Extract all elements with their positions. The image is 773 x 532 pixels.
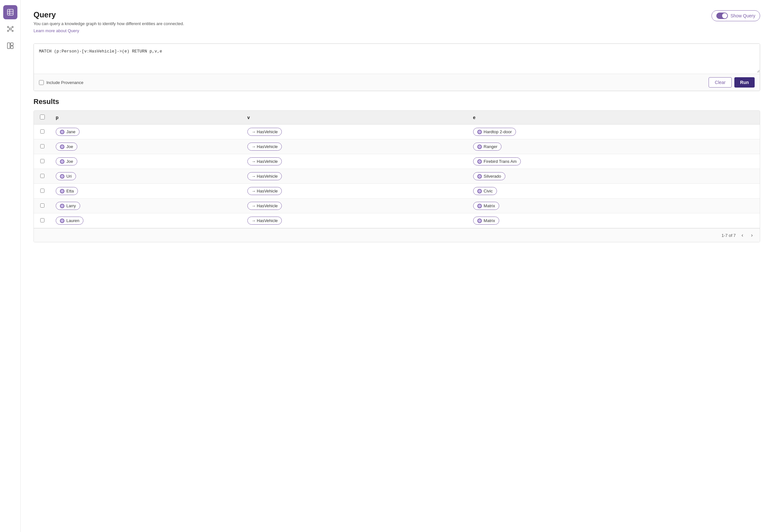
- row-checkbox[interactable]: [40, 218, 44, 222]
- row-checkbox-cell: [34, 169, 51, 184]
- table-row: Joe→ HasVehicleRanger: [34, 139, 760, 154]
- chip-dot-person: [60, 130, 64, 134]
- cell-e: Ranger: [468, 139, 760, 154]
- page-description: You can query a knowledge graph to ident…: [33, 21, 184, 26]
- chip-relation: → HasVehicle: [247, 187, 282, 195]
- chip-dot-entity: [477, 130, 482, 134]
- row-checkbox[interactable]: [40, 159, 44, 163]
- svg-point-6: [12, 26, 13, 28]
- cell-p: Lauren: [51, 213, 242, 228]
- cell-p: Joe: [51, 139, 242, 154]
- svg-point-5: [7, 26, 9, 28]
- chip-relation: → HasVehicle: [247, 128, 282, 136]
- chip-label-person: Larry: [66, 203, 76, 208]
- sidebar-item-layout[interactable]: [3, 39, 17, 53]
- pagination-info: 1-7 of 7: [722, 233, 736, 238]
- chip-person: Lauren: [56, 217, 83, 225]
- show-query-button[interactable]: Show Query: [712, 10, 760, 21]
- chip-label-entity: Hardtop 2-door: [484, 129, 512, 134]
- chip-entity: Ranger: [473, 143, 502, 151]
- chip-person: Uri: [56, 172, 76, 180]
- table-row: Joe→ HasVehicleFirebird Trans Am: [34, 154, 760, 169]
- query-input[interactable]: [34, 44, 760, 73]
- row-checkbox[interactable]: [40, 189, 44, 193]
- results-title: Results: [33, 98, 760, 106]
- chip-label-entity: Matrix: [484, 218, 495, 223]
- toggle-switch: [716, 13, 728, 19]
- chip-label-person: Etta: [66, 189, 74, 193]
- table-body: Jane→ HasVehicleHardtop 2-doorJoe→ HasVe…: [34, 125, 760, 228]
- query-footer: Include Provenance Clear Run: [34, 74, 760, 91]
- chip-entity: Hardtop 2-door: [473, 128, 516, 136]
- chip-relation: → HasVehicle: [247, 217, 282, 225]
- cell-v: → HasVehicle: [242, 213, 468, 228]
- include-provenance-checkbox[interactable]: [39, 80, 44, 85]
- query-box: Include Provenance Clear Run: [33, 43, 760, 91]
- select-all-checkbox[interactable]: [40, 115, 45, 119]
- svg-point-8: [12, 30, 13, 32]
- sidebar-item-table[interactable]: [3, 5, 17, 19]
- chip-label-relation: → HasVehicle: [252, 144, 278, 149]
- toggle-knob: [722, 13, 727, 18]
- chip-person: Etta: [56, 187, 78, 195]
- sidebar-item-graph[interactable]: [3, 22, 17, 36]
- cell-p: Larry: [51, 199, 242, 213]
- clear-button[interactable]: Clear: [709, 77, 731, 88]
- svg-rect-14: [11, 43, 13, 45]
- chip-relation: → HasVehicle: [247, 202, 282, 210]
- chip-relation: → HasVehicle: [247, 143, 282, 151]
- row-checkbox-cell: [34, 184, 51, 199]
- chip-label-person: Uri: [66, 174, 72, 179]
- chip-entity: Firebird Trans Am: [473, 157, 521, 165]
- col-header-p: p: [51, 111, 242, 125]
- row-checkbox[interactable]: [40, 144, 44, 148]
- page-title: Query: [33, 10, 184, 19]
- button-row: Clear Run: [709, 77, 755, 88]
- chip-dot-person: [60, 219, 64, 223]
- chip-dot-entity: [477, 189, 482, 193]
- table-row: Jane→ HasVehicleHardtop 2-door: [34, 125, 760, 139]
- row-checkbox-cell: [34, 139, 51, 154]
- chip-label-entity: Silverado: [484, 174, 501, 179]
- chip-label-person: Joe: [66, 159, 73, 164]
- row-checkbox-cell: [34, 213, 51, 228]
- row-checkbox[interactable]: [40, 203, 44, 208]
- chip-entity: Silverado: [473, 172, 505, 180]
- chip-entity: Civic: [473, 187, 497, 195]
- chip-label-entity: Firebird Trans Am: [484, 159, 517, 164]
- chip-person: Joe: [56, 143, 77, 151]
- chip-dot-person: [60, 204, 64, 208]
- cell-v: → HasVehicle: [242, 139, 468, 154]
- include-provenance-text: Include Provenance: [46, 80, 83, 85]
- chip-dot-entity: [477, 219, 482, 223]
- row-checkbox[interactable]: [40, 129, 44, 134]
- chip-label-person: Joe: [66, 144, 73, 149]
- main-content: Query You can query a knowledge graph to…: [21, 0, 773, 532]
- chip-label-entity: Civic: [484, 189, 493, 193]
- table-row: Uri→ HasVehicleSilverado: [34, 169, 760, 184]
- chip-label-relation: → HasVehicle: [252, 159, 278, 164]
- svg-line-9: [9, 28, 10, 29]
- row-checkbox-cell: [34, 199, 51, 213]
- cell-e: Hardtop 2-door: [468, 125, 760, 139]
- cell-v: → HasVehicle: [242, 169, 468, 184]
- select-all-header: [34, 111, 51, 125]
- table-row: Etta→ HasVehicleCivic: [34, 184, 760, 199]
- col-header-e: e: [468, 111, 760, 125]
- chip-label-relation: → HasVehicle: [252, 218, 278, 223]
- include-provenance-label[interactable]: Include Provenance: [39, 80, 83, 85]
- learn-more-link[interactable]: Learn more about Query: [33, 28, 79, 33]
- pagination-next-button[interactable]: ›: [749, 232, 755, 239]
- header-left: Query You can query a knowledge graph to…: [33, 10, 184, 38]
- header-row-tr: p v e: [34, 111, 760, 125]
- run-button[interactable]: Run: [734, 77, 755, 88]
- results-table-wrapper: p v e Jane→ HasVehicleHardtop 2-doorJoe→…: [33, 110, 760, 242]
- sidebar: [0, 0, 21, 532]
- header-row: Query You can query a knowledge graph to…: [33, 10, 760, 38]
- row-checkbox[interactable]: [40, 174, 44, 178]
- chip-dot-person: [60, 145, 64, 149]
- cell-v: → HasVehicle: [242, 154, 468, 169]
- svg-point-7: [7, 30, 9, 32]
- pagination-prev-button[interactable]: ‹: [740, 232, 745, 239]
- chip-dot-entity: [477, 145, 482, 149]
